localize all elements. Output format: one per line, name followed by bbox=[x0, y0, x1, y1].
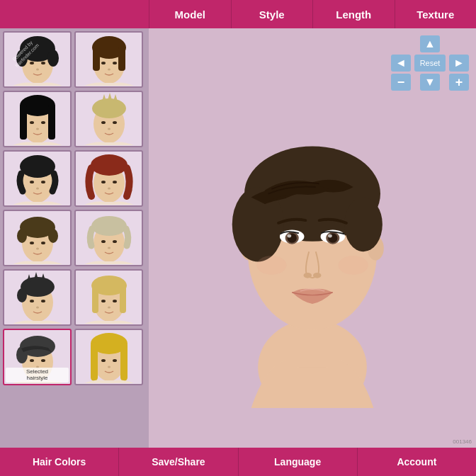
svg-marker-63 bbox=[34, 272, 38, 280]
svg-point-37 bbox=[36, 188, 39, 190]
reset-button[interactable]: Reset bbox=[414, 55, 446, 72]
svg-point-57 bbox=[113, 240, 117, 243]
arrow-down-button[interactable]: ▼ bbox=[420, 74, 440, 91]
tab-texture[interactable]: Texture bbox=[395, 0, 477, 28]
preview-watermark: 001346 bbox=[453, 438, 472, 445]
svg-point-49 bbox=[48, 229, 58, 243]
svg-point-109 bbox=[304, 273, 312, 278]
svg-point-65 bbox=[17, 288, 27, 302]
tab-length[interactable]: Length bbox=[312, 0, 395, 28]
main-face-preview bbox=[206, 68, 419, 408]
thumb-face-svg-8 bbox=[77, 212, 141, 264]
thumb-face-svg-3 bbox=[6, 93, 69, 145]
bottom-nav-language[interactable]: Language bbox=[239, 448, 358, 476]
svg-point-111 bbox=[256, 256, 286, 275]
thumb-face-svg-5 bbox=[6, 152, 69, 205]
svg-point-66 bbox=[30, 300, 34, 302]
watermark-text: Powered byhairfinder.com bbox=[9, 38, 40, 69]
hairstyle-thumb-7[interactable] bbox=[3, 210, 72, 266]
svg-point-90 bbox=[113, 359, 117, 362]
thumb-face-svg-4 bbox=[77, 93, 141, 145]
bottom-nav-account[interactable]: Account bbox=[358, 448, 476, 476]
hairstyle-thumb-5[interactable] bbox=[3, 150, 72, 207]
hairstyle-thumb-9[interactable] bbox=[3, 269, 72, 326]
hairstyle-thumb-4[interactable] bbox=[74, 91, 143, 147]
svg-rect-10 bbox=[93, 46, 100, 71]
svg-marker-64 bbox=[41, 273, 45, 280]
preview-area: ▲ ◄ Reset ► ▼ − + bbox=[149, 28, 476, 448]
hairstyle-thumb-10[interactable] bbox=[74, 269, 143, 326]
svg-point-21 bbox=[41, 121, 45, 124]
sidebar-row-6: Selectedhairstyle bbox=[3, 329, 146, 385]
tab-style[interactable]: Style bbox=[231, 0, 313, 28]
svg-point-20 bbox=[30, 121, 34, 124]
svg-point-51 bbox=[41, 242, 45, 244]
svg-point-43 bbox=[108, 188, 110, 190]
thumb-face-svg-12 bbox=[77, 331, 141, 383]
selected-label: Selectedhairstyle bbox=[6, 368, 69, 382]
watermark: Powered byhairfinder.com bbox=[0, 28, 50, 78]
svg-point-91 bbox=[108, 366, 110, 368]
svg-point-55 bbox=[91, 216, 127, 236]
svg-rect-87 bbox=[91, 342, 98, 381]
hairstyle-thumb-2[interactable] bbox=[74, 31, 143, 88]
hairstyle-thumb-11[interactable]: Selectedhairstyle bbox=[3, 329, 72, 385]
sidebar-row-4 bbox=[3, 210, 146, 266]
thumb-face-svg-6 bbox=[77, 152, 141, 205]
svg-point-35 bbox=[30, 181, 34, 183]
sidebar-row-3 bbox=[3, 150, 146, 207]
main-face-svg bbox=[206, 68, 419, 408]
svg-point-52 bbox=[36, 248, 39, 250]
thumb-face-svg-7 bbox=[6, 212, 69, 264]
svg-point-110 bbox=[313, 273, 322, 278]
svg-point-104 bbox=[287, 234, 291, 238]
svg-point-30 bbox=[113, 121, 117, 124]
svg-rect-73 bbox=[120, 285, 126, 313]
svg-marker-26 bbox=[102, 94, 106, 101]
svg-point-75 bbox=[113, 300, 117, 302]
svg-point-58 bbox=[108, 247, 110, 249]
svg-point-25 bbox=[92, 98, 126, 118]
bottom-navigation: Hair Colors Save/Share Language Account bbox=[0, 448, 476, 476]
svg-point-108 bbox=[328, 234, 332, 238]
svg-point-12 bbox=[101, 62, 106, 64]
zoom-plus-button[interactable]: + bbox=[449, 74, 469, 91]
svg-point-13 bbox=[113, 62, 117, 64]
arrow-up-button[interactable]: ▲ bbox=[420, 35, 440, 52]
svg-point-56 bbox=[101, 240, 106, 243]
hairstyle-sidebar: Powered byhairfinder.com bbox=[0, 28, 149, 448]
hairstyle-thumb-12[interactable] bbox=[74, 329, 143, 385]
svg-point-100 bbox=[344, 197, 382, 251]
svg-point-74 bbox=[101, 300, 106, 302]
hairstyle-thumb-3[interactable] bbox=[3, 91, 72, 147]
svg-point-36 bbox=[41, 181, 45, 183]
svg-marker-28 bbox=[113, 94, 118, 101]
hairstyle-thumb-6[interactable] bbox=[74, 150, 143, 207]
bottom-nav-hair-colors[interactable]: Hair Colors bbox=[0, 448, 119, 476]
svg-point-50 bbox=[30, 242, 34, 244]
arrow-right-button[interactable]: ► bbox=[449, 55, 469, 72]
main-area: Powered byhairfinder.com bbox=[0, 28, 476, 448]
svg-point-112 bbox=[338, 256, 368, 275]
sidebar-row-5 bbox=[3, 269, 146, 326]
svg-point-34 bbox=[20, 155, 55, 178]
sidebar-row-2 bbox=[3, 91, 146, 147]
svg-point-41 bbox=[101, 181, 106, 183]
svg-point-31 bbox=[108, 128, 110, 130]
svg-point-81 bbox=[30, 359, 34, 362]
hairstyle-thumb-8[interactable] bbox=[74, 210, 143, 266]
tab-model[interactable]: Model bbox=[149, 0, 231, 28]
thumb-face-svg-9 bbox=[6, 271, 69, 324]
svg-point-76 bbox=[108, 307, 110, 309]
svg-point-48 bbox=[17, 229, 27, 243]
svg-rect-18 bbox=[20, 104, 27, 140]
svg-rect-88 bbox=[120, 342, 128, 381]
svg-marker-27 bbox=[108, 93, 112, 100]
svg-point-82 bbox=[41, 359, 45, 362]
bottom-nav-save-share[interactable]: Save/Share bbox=[119, 448, 238, 476]
svg-rect-19 bbox=[48, 104, 55, 140]
top-navigation: Model Style Length Texture bbox=[0, 0, 476, 28]
nav-spacer bbox=[0, 0, 149, 28]
svg-point-22 bbox=[36, 128, 39, 130]
svg-point-68 bbox=[36, 307, 39, 309]
